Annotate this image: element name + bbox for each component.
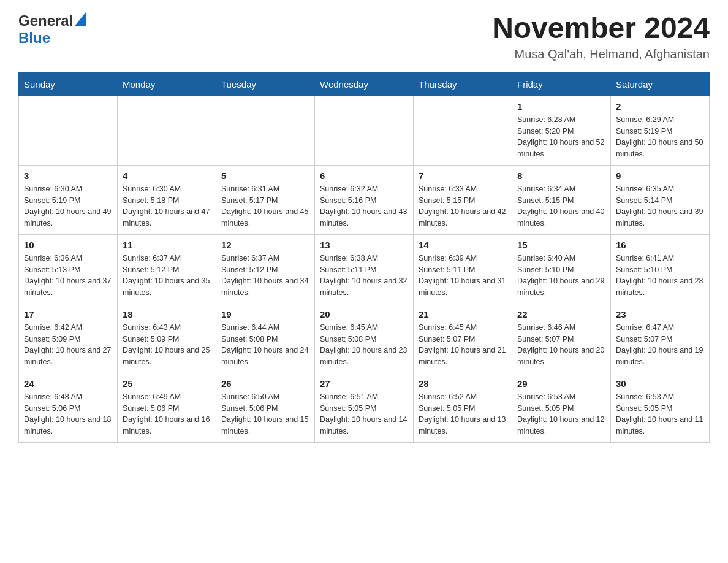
calendar-day-cell: 3Sunrise: 6:30 AM Sunset: 5:19 PM Daylig… [19, 165, 118, 234]
day-number: 25 [123, 378, 211, 389]
day-info: Sunrise: 6:49 AM Sunset: 5:06 PM Dayligh… [123, 391, 211, 437]
day-number: 24 [24, 378, 112, 389]
day-info: Sunrise: 6:30 AM Sunset: 5:19 PM Dayligh… [24, 183, 112, 229]
day-info: Sunrise: 6:28 AM Sunset: 5:20 PM Dayligh… [517, 114, 605, 160]
day-number: 29 [517, 378, 605, 389]
calendar-day-cell: 14Sunrise: 6:39 AM Sunset: 5:11 PM Dayli… [414, 234, 512, 304]
calendar-week-row: 3Sunrise: 6:30 AM Sunset: 5:19 PM Daylig… [19, 165, 710, 234]
day-info: Sunrise: 6:50 AM Sunset: 5:06 PM Dayligh… [221, 391, 309, 437]
day-info: Sunrise: 6:46 AM Sunset: 5:07 PM Dayligh… [517, 322, 605, 368]
day-number: 2 [616, 101, 704, 112]
day-info: Sunrise: 6:29 AM Sunset: 5:19 PM Dayligh… [616, 114, 704, 160]
calendar-week-row: 10Sunrise: 6:36 AM Sunset: 5:13 PM Dayli… [19, 234, 710, 304]
day-info: Sunrise: 6:52 AM Sunset: 5:05 PM Dayligh… [419, 391, 507, 437]
calendar-day-cell: 17Sunrise: 6:42 AM Sunset: 5:09 PM Dayli… [19, 304, 118, 373]
day-number: 28 [419, 378, 507, 389]
day-number: 5 [221, 170, 309, 181]
calendar-header-row: SundayMondayTuesdayWednesdayThursdayFrid… [19, 72, 710, 96]
calendar-day-cell [118, 96, 216, 165]
day-number: 16 [616, 240, 704, 250]
day-info: Sunrise: 6:31 AM Sunset: 5:17 PM Dayligh… [221, 183, 309, 229]
calendar-header-thursday: Thursday [414, 72, 512, 96]
day-number: 30 [616, 378, 704, 389]
calendar-day-cell: 9Sunrise: 6:35 AM Sunset: 5:14 PM Daylig… [611, 165, 710, 234]
subtitle: Musa Qal'ah, Helmand, Afghanistan [492, 47, 710, 61]
day-info: Sunrise: 6:44 AM Sunset: 5:08 PM Dayligh… [221, 322, 309, 368]
calendar-day-cell: 23Sunrise: 6:47 AM Sunset: 5:07 PM Dayli… [611, 304, 710, 373]
calendar-table: SundayMondayTuesdayWednesdayThursdayFrid… [18, 72, 710, 443]
calendar-header-wednesday: Wednesday [315, 72, 414, 96]
day-number: 6 [320, 170, 408, 181]
day-number: 18 [123, 309, 211, 320]
calendar-day-cell: 6Sunrise: 6:32 AM Sunset: 5:16 PM Daylig… [315, 165, 414, 234]
day-info: Sunrise: 6:51 AM Sunset: 5:05 PM Dayligh… [320, 391, 408, 437]
day-number: 27 [320, 378, 408, 389]
day-number: 9 [616, 170, 704, 181]
calendar-day-cell [216, 96, 315, 165]
day-number: 8 [517, 170, 605, 181]
day-info: Sunrise: 6:39 AM Sunset: 5:11 PM Dayligh… [419, 253, 507, 299]
day-number: 26 [221, 378, 309, 389]
calendar-day-cell: 16Sunrise: 6:41 AM Sunset: 5:10 PM Dayli… [611, 234, 710, 304]
calendar-header-sunday: Sunday [19, 72, 118, 96]
calendar-day-cell: 7Sunrise: 6:33 AM Sunset: 5:15 PM Daylig… [414, 165, 512, 234]
svg-marker-0 [75, 12, 86, 26]
day-info: Sunrise: 6:33 AM Sunset: 5:15 PM Dayligh… [419, 183, 507, 229]
calendar-day-cell: 19Sunrise: 6:44 AM Sunset: 5:08 PM Dayli… [216, 304, 315, 373]
day-info: Sunrise: 6:30 AM Sunset: 5:18 PM Dayligh… [123, 183, 211, 229]
day-info: Sunrise: 6:35 AM Sunset: 5:14 PM Dayligh… [616, 183, 704, 229]
calendar-day-cell: 21Sunrise: 6:45 AM Sunset: 5:07 PM Dayli… [414, 304, 512, 373]
calendar-header-tuesday: Tuesday [216, 72, 315, 96]
calendar-day-cell: 30Sunrise: 6:53 AM Sunset: 5:05 PM Dayli… [611, 373, 710, 442]
calendar-week-row: 24Sunrise: 6:48 AM Sunset: 5:06 PM Dayli… [19, 373, 710, 442]
calendar-day-cell [315, 96, 414, 165]
day-info: Sunrise: 6:45 AM Sunset: 5:07 PM Dayligh… [419, 322, 507, 368]
calendar-day-cell: 12Sunrise: 6:37 AM Sunset: 5:12 PM Dayli… [216, 234, 315, 304]
main-title: November 2024 [492, 12, 710, 45]
day-number: 20 [320, 309, 408, 320]
calendar-day-cell: 20Sunrise: 6:45 AM Sunset: 5:08 PM Dayli… [315, 304, 414, 373]
title-area: November 2024 Musa Qal'ah, Helmand, Afgh… [492, 12, 710, 61]
header: General Blue November 2024 Musa Qal'ah, … [18, 12, 710, 61]
calendar-day-cell: 15Sunrise: 6:40 AM Sunset: 5:10 PM Dayli… [512, 234, 611, 304]
day-number: 4 [123, 170, 211, 181]
day-info: Sunrise: 6:36 AM Sunset: 5:13 PM Dayligh… [24, 253, 112, 299]
calendar-day-cell [19, 96, 118, 165]
calendar-day-cell: 29Sunrise: 6:53 AM Sunset: 5:05 PM Dayli… [512, 373, 611, 442]
calendar-day-cell: 10Sunrise: 6:36 AM Sunset: 5:13 PM Dayli… [19, 234, 118, 304]
day-number: 11 [123, 240, 211, 250]
day-info: Sunrise: 6:38 AM Sunset: 5:11 PM Dayligh… [320, 253, 408, 299]
logo-triangle-icon [75, 12, 86, 28]
calendar-header-saturday: Saturday [611, 72, 710, 96]
day-number: 14 [419, 240, 507, 250]
calendar-day-cell: 11Sunrise: 6:37 AM Sunset: 5:12 PM Dayli… [118, 234, 216, 304]
calendar-day-cell: 24Sunrise: 6:48 AM Sunset: 5:06 PM Dayli… [19, 373, 118, 442]
calendar-body: 1Sunrise: 6:28 AM Sunset: 5:20 PM Daylig… [19, 96, 710, 442]
calendar-header-monday: Monday [118, 72, 216, 96]
calendar-day-cell: 18Sunrise: 6:43 AM Sunset: 5:09 PM Dayli… [118, 304, 216, 373]
calendar-day-cell: 2Sunrise: 6:29 AM Sunset: 5:19 PM Daylig… [611, 96, 710, 165]
day-info: Sunrise: 6:42 AM Sunset: 5:09 PM Dayligh… [24, 322, 112, 368]
day-info: Sunrise: 6:48 AM Sunset: 5:06 PM Dayligh… [24, 391, 112, 437]
day-info: Sunrise: 6:41 AM Sunset: 5:10 PM Dayligh… [616, 253, 704, 299]
day-info: Sunrise: 6:53 AM Sunset: 5:05 PM Dayligh… [517, 391, 605, 437]
day-number: 13 [320, 240, 408, 250]
calendar-day-cell: 22Sunrise: 6:46 AM Sunset: 5:07 PM Dayli… [512, 304, 611, 373]
day-number: 19 [221, 309, 309, 320]
calendar-day-cell: 5Sunrise: 6:31 AM Sunset: 5:17 PM Daylig… [216, 165, 315, 234]
calendar-day-cell: 13Sunrise: 6:38 AM Sunset: 5:11 PM Dayli… [315, 234, 414, 304]
day-number: 12 [221, 240, 309, 250]
calendar-header-friday: Friday [512, 72, 611, 96]
day-info: Sunrise: 6:47 AM Sunset: 5:07 PM Dayligh… [616, 322, 704, 368]
day-number: 1 [517, 101, 605, 112]
day-info: Sunrise: 6:37 AM Sunset: 5:12 PM Dayligh… [123, 253, 211, 299]
day-number: 10 [24, 240, 112, 250]
logo-general-text: General [18, 12, 73, 29]
calendar-day-cell: 25Sunrise: 6:49 AM Sunset: 5:06 PM Dayli… [118, 373, 216, 442]
day-info: Sunrise: 6:43 AM Sunset: 5:09 PM Dayligh… [123, 322, 211, 368]
day-info: Sunrise: 6:32 AM Sunset: 5:16 PM Dayligh… [320, 183, 408, 229]
day-info: Sunrise: 6:45 AM Sunset: 5:08 PM Dayligh… [320, 322, 408, 368]
day-number: 21 [419, 309, 507, 320]
logo: General Blue [18, 12, 86, 47]
day-info: Sunrise: 6:40 AM Sunset: 5:10 PM Dayligh… [517, 253, 605, 299]
